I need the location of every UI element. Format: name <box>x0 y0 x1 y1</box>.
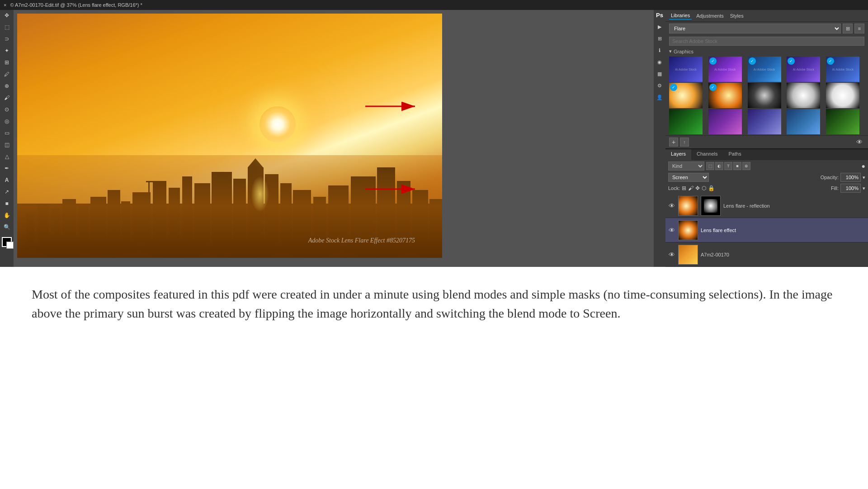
selection-tool[interactable]: ⬚ <box>1 22 12 33</box>
styles-tab[interactable]: Styles <box>728 12 745 19</box>
layers-tabs: Layers Channels Paths <box>665 149 868 160</box>
mini-grid-icon[interactable]: ⊞ <box>655 33 665 43</box>
red-arrow-1 <box>365 97 420 117</box>
graphic-item-9[interactable] <box>787 83 820 108</box>
visibility-eye-1[interactable]: 👁 <box>668 202 675 209</box>
eyedropper-tool[interactable]: 🖊 <box>1 69 12 80</box>
section-label: Graphics <box>674 49 693 54</box>
filter-toggle[interactable]: ● <box>862 162 865 170</box>
hand-tool[interactable]: ✋ <box>1 210 12 221</box>
foreground-color[interactable] <box>2 237 12 247</box>
graphic-item-1[interactable]: Ai Adobe Stock <box>669 57 703 82</box>
bottom-text-section: Most of the composites featured in this … <box>0 267 868 341</box>
lasso-tool[interactable]: ⊃ <box>1 33 12 44</box>
graphic-item-3[interactable]: ✓ Ai Adobe Stock <box>748 57 781 82</box>
lock-brush-icon[interactable]: 🖌 <box>688 185 693 191</box>
channels-tab[interactable]: Channels <box>691 149 723 160</box>
lock-row: Lock: ⊞ 🖌 ✥ ⬡ 🔒 Fill: ▾ <box>665 183 868 194</box>
clone-tool[interactable]: ⊙ <box>1 104 12 115</box>
user-icon[interactable]: 👤 <box>655 92 665 102</box>
shape-tool[interactable]: ■ <box>1 198 12 209</box>
dodge-tool[interactable]: △ <box>1 151 12 162</box>
opacity-arrow[interactable]: ▾ <box>863 175 865 180</box>
red-arrow-2 <box>365 180 420 200</box>
graphic-item-2[interactable]: ✓ Ai Adobe Stock <box>708 57 742 82</box>
graphic-item-14[interactable] <box>787 109 820 134</box>
canvas-area: Adobe Stock Lens Flare Effect #85207175 <box>14 0 654 267</box>
paths-tab[interactable]: Paths <box>723 149 747 160</box>
check-badge-7: ✓ <box>709 84 717 91</box>
gradient-tool[interactable]: ◫ <box>1 139 12 150</box>
layers-tab[interactable]: Layers <box>665 149 691 160</box>
sun-reflection <box>251 176 269 212</box>
collapse-icon[interactable]: ▾ <box>669 48 672 54</box>
layers-controls: Kind ⬚ ◐ T ■ ⊕ ● <box>665 160 868 172</box>
info-icon[interactable]: ℹ <box>655 45 665 55</box>
settings-icon[interactable]: ⚙ <box>655 81 665 90</box>
layers-panel: Layers Channels Paths Kind ⬚ ◐ T ■ ⊕ ● <box>665 148 868 267</box>
library-dropdown[interactable]: Flare <box>669 24 841 33</box>
kind-select[interactable]: Kind <box>668 161 704 171</box>
graphic-item-4[interactable]: ✓ Ai Adobe Stock <box>787 57 820 82</box>
play-icon[interactable]: ▶ <box>655 22 665 32</box>
move-tool[interactable]: ✥ <box>1 10 12 21</box>
type-filter-icon[interactable]: T <box>724 162 732 170</box>
fill-input[interactable] <box>840 184 861 193</box>
upload-btn[interactable]: ↑ <box>680 138 689 147</box>
fill-control: Fill: ▾ <box>831 184 865 193</box>
more-options-btn[interactable]: ≡ <box>854 24 864 33</box>
layer-row-base[interactable]: 👁 A7m2-00170 <box>665 242 868 267</box>
graphic-item-12[interactable] <box>708 109 742 134</box>
close-button[interactable]: × <box>4 2 6 8</box>
crop-tool[interactable]: ⊞ <box>1 57 12 68</box>
smart-filter-icon[interactable]: ⊕ <box>742 162 750 170</box>
adjustment-filter-icon[interactable]: ◐ <box>715 162 723 170</box>
visibility-eye-3[interactable]: 👁 <box>668 251 675 258</box>
graphic-item-6[interactable]: ✓ <box>669 83 703 108</box>
graphic-item-15[interactable] <box>826 109 859 134</box>
section-header: ▾ Graphics <box>665 47 868 56</box>
libraries-tab[interactable]: Libraries <box>669 12 692 19</box>
pixel-filter-icon[interactable]: ⬚ <box>706 162 714 170</box>
visibility-eye-2[interactable]: 👁 <box>668 227 675 234</box>
healing-tool[interactable]: ⊕ <box>1 81 12 91</box>
lock-move-icon[interactable]: ✥ <box>695 185 700 191</box>
opacity-input[interactable] <box>840 173 861 182</box>
layer-thumb-2 <box>678 220 698 240</box>
description-paragraph: Most of the composites featured in this … <box>32 285 836 323</box>
search-input[interactable] <box>669 37 864 46</box>
visibility-toggle[interactable]: 👁 <box>854 137 864 147</box>
layer-row-effect[interactable]: 👁 Lens flare effect <box>665 218 868 242</box>
grid-view-btn[interactable]: ⊞ <box>843 24 853 33</box>
blend-row: Screen Opacity: ▾ <box>665 172 868 183</box>
color-icon[interactable]: ◉ <box>655 57 665 67</box>
fill-arrow[interactable]: ▾ <box>863 185 865 191</box>
graphic-item-5[interactable]: ✓ Ai Adobe Stock <box>826 57 859 82</box>
graphic-item-8[interactable] <box>748 83 781 108</box>
blend-mode-select[interactable]: Screen <box>668 173 709 182</box>
lock-artboard-icon[interactable]: ⬡ <box>702 185 706 191</box>
layer-row-reflection[interactable]: 👁 Lens flare - reflection <box>665 194 868 218</box>
check-badge-6: ✓ <box>670 84 677 91</box>
adjustments-tab[interactable]: Adjustments <box>694 12 726 19</box>
graphic-item-13[interactable] <box>748 109 781 134</box>
lock-checkered-icon[interactable]: ⊞ <box>682 185 686 191</box>
zoom-tool[interactable]: 🔍 <box>1 222 12 233</box>
graphic-item-11[interactable] <box>669 109 703 134</box>
shape-filter-icon[interactable]: ■ <box>733 162 741 170</box>
canvas-wrapper: Adobe Stock Lens Flare Effect #85207175 <box>17 14 650 263</box>
layers-icon[interactable]: ▦ <box>655 69 665 79</box>
pen-tool[interactable]: ✒ <box>1 163 12 174</box>
add-btn[interactable]: + <box>669 138 678 147</box>
path-tool[interactable]: ↗ <box>1 186 12 197</box>
type-tool[interactable]: A <box>1 175 12 185</box>
eraser-tool[interactable]: ▭ <box>1 128 12 138</box>
graphic-item-10[interactable] <box>826 83 859 108</box>
brush-tool[interactable]: 🖌 <box>1 92 12 103</box>
check-badge-3: ✓ <box>749 57 756 65</box>
ps-icon[interactable]: Ps <box>655 10 665 20</box>
history-tool[interactable]: ◎ <box>1 116 12 127</box>
magic-wand-tool[interactable]: ✦ <box>1 45 12 56</box>
lock-padlock-icon[interactable]: 🔒 <box>708 185 715 191</box>
graphic-item-7[interactable]: ✓ <box>708 83 742 108</box>
